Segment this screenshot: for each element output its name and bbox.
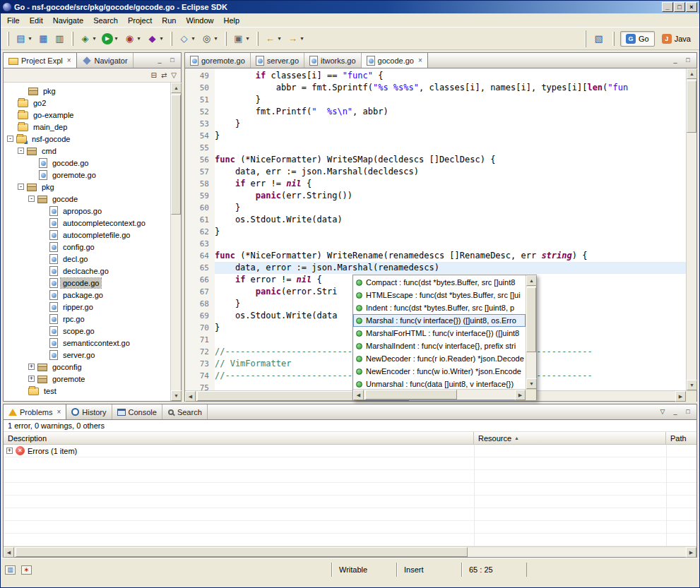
perspective-go[interactable]: GGo bbox=[620, 31, 655, 47]
scroll-thumb[interactable] bbox=[687, 80, 696, 133]
view-menu-icon[interactable]: ▽ bbox=[657, 407, 668, 417]
view-tab-navigator[interactable]: Navigator bbox=[77, 53, 134, 68]
tree-item-pkg[interactable]: -pkg bbox=[4, 181, 170, 193]
maximize-button[interactable]: □ bbox=[674, 2, 685, 12]
tree-item-config-go[interactable]: config.go bbox=[4, 241, 170, 253]
editor-tab-server-go[interactable]: server.go bbox=[251, 53, 304, 68]
toolbar-grip[interactable] bbox=[225, 32, 227, 46]
scroll-up-icon[interactable]: ▲ bbox=[687, 68, 697, 79]
dropdown-arrow-icon[interactable]: ▾ bbox=[27, 35, 33, 42]
scroll-thumb[interactable] bbox=[365, 390, 457, 400]
forward-button[interactable]: →▾ bbox=[285, 30, 307, 47]
dropdown-arrow-icon[interactable]: ▾ bbox=[299, 35, 305, 42]
tree-item-decl-go[interactable]: decl.go bbox=[4, 253, 170, 265]
dropdown-arrow-icon[interactable]: ▾ bbox=[113, 35, 119, 42]
scroll-left-icon[interactable]: ◀ bbox=[4, 547, 14, 558]
dropdown-arrow-icon[interactable]: ▾ bbox=[213, 35, 219, 42]
view-tab-search[interactable]: Search bbox=[162, 404, 208, 419]
run-button[interactable]: ▶▾ bbox=[100, 30, 121, 47]
tree-item-go-example[interactable]: go-example bbox=[4, 109, 170, 121]
tree-item-scope-go[interactable]: scope.go bbox=[4, 325, 170, 337]
save-button[interactable]: ▦ bbox=[35, 30, 52, 47]
tree-item-gocode[interactable]: -gocode bbox=[4, 193, 170, 205]
completion-item-marshalforhtml[interactable]: MarshalForHTML : func(v interface{}) ([]… bbox=[353, 327, 526, 340]
view-tab-history[interactable]: History bbox=[66, 404, 112, 419]
tree-item-gocode-go[interactable]: gocode.go bbox=[4, 157, 170, 169]
menu-help[interactable]: Help bbox=[219, 14, 245, 27]
collapse-icon[interactable]: - bbox=[7, 136, 13, 142]
scroll-right-icon[interactable]: ▶ bbox=[686, 547, 696, 558]
editor-vscrollbar[interactable]: ▲ ▼ bbox=[686, 68, 696, 390]
maximize-view-icon[interactable]: □ bbox=[167, 56, 178, 66]
dropdown-arrow-icon[interactable]: ▾ bbox=[158, 35, 165, 42]
tree-item-pkg[interactable]: pkg bbox=[4, 85, 170, 97]
menu-edit[interactable]: Edit bbox=[25, 14, 48, 27]
scroll-left-icon[interactable]: ◀ bbox=[353, 390, 364, 400]
expand-icon[interactable]: + bbox=[28, 364, 35, 370]
column-header-resource[interactable]: Resource▲ bbox=[474, 432, 666, 444]
table-row-errors-1-item[interactable]: +Errors (1 item) bbox=[4, 445, 696, 457]
tree-item-ripper-go[interactable]: ripper.go bbox=[4, 301, 170, 313]
scroll-up-icon[interactable]: ▲ bbox=[526, 275, 537, 286]
menu-file[interactable]: File bbox=[2, 14, 25, 27]
minimize-view-icon[interactable]: _ bbox=[154, 56, 165, 66]
tree-item-goremote-go[interactable]: goremote.go bbox=[4, 169, 170, 181]
view-tab-console[interactable]: Console bbox=[112, 404, 162, 419]
view-tab-project-expl[interactable]: Project Expl× bbox=[4, 53, 77, 68]
print-button[interactable]: ▥ bbox=[52, 30, 68, 47]
scroll-right-icon[interactable]: ▶ bbox=[675, 391, 686, 402]
completion-item-marshalindent[interactable]: MarshalIndent : func(v interface{}, pref… bbox=[353, 340, 526, 352]
view-menu-icon[interactable]: ▽ bbox=[171, 72, 177, 79]
completion-item-unmarshal[interactable]: Unmarshal : func(data []uint8, v interfa… bbox=[353, 378, 526, 389]
tree-item-test[interactable]: test bbox=[4, 385, 170, 397]
maximize-view-icon[interactable]: □ bbox=[682, 407, 694, 417]
tree-item-main-dep[interactable]: main_dep bbox=[4, 121, 170, 133]
tree-item-nsf-gocode[interactable]: -nsf-gocode bbox=[4, 133, 170, 145]
menu-window[interactable]: Window bbox=[181, 14, 218, 27]
editor-tab-itworks-go[interactable]: itworks.go bbox=[304, 53, 362, 68]
tree-item-apropos-go[interactable]: apropos.go bbox=[4, 205, 170, 217]
scroll-right-icon[interactable]: ▶ bbox=[515, 390, 526, 400]
tree-item-goremote[interactable]: +goremote bbox=[4, 373, 170, 385]
close-icon[interactable]: × bbox=[57, 408, 61, 416]
dropdown-arrow-icon[interactable]: ▾ bbox=[244, 35, 251, 42]
editor-tab-gocode-go[interactable]: gocode.go× bbox=[362, 53, 428, 68]
problems-hscrollbar[interactable]: ◀ ▶ bbox=[4, 546, 696, 557]
debug-button[interactable]: ◈▾ bbox=[77, 30, 100, 47]
tree-item-declcache-go[interactable]: declcache.go bbox=[4, 265, 170, 277]
close-icon[interactable]: × bbox=[418, 56, 422, 64]
collapse-icon[interactable]: - bbox=[18, 148, 24, 154]
completion-item-indent[interactable]: Indent : func(dst *bytes.Buffer, src []u… bbox=[353, 301, 526, 314]
menu-project[interactable]: Project bbox=[123, 14, 157, 27]
error-log-icon[interactable]: ∗ bbox=[21, 565, 32, 575]
open-perspective-button[interactable]: ▧ bbox=[591, 30, 607, 47]
new-go-element-button[interactable]: ◇▾ bbox=[176, 30, 198, 47]
completion-item-newdecoder[interactable]: NewDecoder : func(r io.Reader) *json.Dec… bbox=[353, 352, 526, 365]
collapse-all-icon[interactable]: ⊟ bbox=[151, 72, 157, 79]
toolbar-grip[interactable] bbox=[71, 32, 73, 46]
fast-view-icon[interactable]: ▥ bbox=[5, 565, 16, 575]
dropdown-arrow-icon[interactable]: ▾ bbox=[276, 35, 283, 42]
tree-item-gocode-go[interactable]: gocode.go bbox=[4, 277, 170, 289]
scroll-thumb[interactable] bbox=[171, 95, 181, 215]
menu-navigate[interactable]: Navigate bbox=[48, 14, 88, 27]
tree-item-autocompletefile-go[interactable]: autocompletefile.go bbox=[4, 229, 170, 241]
completion-item-marshal[interactable]: Marshal : func(v interface{}) ([]uint8, … bbox=[353, 314, 526, 327]
popup-vscrollbar[interactable]: ▲ ▼ bbox=[526, 275, 536, 389]
column-header-description[interactable]: Description bbox=[4, 432, 474, 444]
collapse-icon[interactable]: - bbox=[28, 196, 35, 202]
column-header-path[interactable]: Path bbox=[666, 432, 696, 444]
maximize-editor-icon[interactable]: □ bbox=[682, 56, 694, 66]
menu-search[interactable]: Search bbox=[88, 14, 123, 27]
toolbar-grip[interactable] bbox=[256, 32, 259, 46]
perspective-java[interactable]: JJava bbox=[656, 31, 696, 47]
scroll-down-icon[interactable]: ▼ bbox=[171, 390, 182, 401]
completion-item-compact[interactable]: Compact : func(dst *bytes.Buffer, src []… bbox=[353, 276, 526, 289]
scroll-thumb[interactable] bbox=[16, 547, 468, 557]
tree-item-semanticcontext-go[interactable]: semanticcontext.go bbox=[4, 337, 170, 349]
tree-item-go2[interactable]: go2 bbox=[4, 97, 170, 109]
popup-hscrollbar[interactable]: ◀ ▶ bbox=[353, 389, 536, 400]
dropdown-arrow-icon[interactable]: ▾ bbox=[91, 35, 97, 42]
scroll-up-icon[interactable]: ▲ bbox=[171, 83, 182, 93]
collapse-icon[interactable]: - bbox=[18, 184, 24, 190]
